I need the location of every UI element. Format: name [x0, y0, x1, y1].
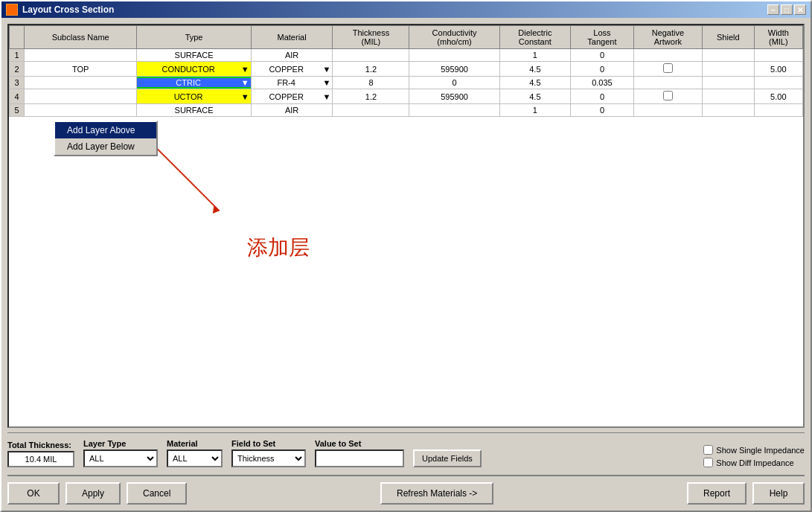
bottom-area: Total Thickness: 10.4 MIL Layer Type ALL… [7, 432, 805, 505]
subclass-4[interactable] [25, 89, 137, 104]
loss-tangent-1[interactable]: 0 [571, 49, 634, 62]
dielectric-5[interactable]: 1 [499, 104, 570, 117]
value-to-set-input[interactable] [315, 449, 404, 467]
close-button[interactable]: ✕ [794, 4, 806, 15]
subclass-1[interactable] [25, 49, 137, 62]
cross-section-table: Subclass Name Type Material Thickness(MI… [9, 25, 803, 117]
add-layer-above-menuitem[interactable]: Add Layer Above [55, 122, 156, 138]
annotation-arrow [143, 122, 307, 256]
material-4[interactable]: COPPER ▼ [251, 89, 333, 104]
col-width: Width(MIL) [754, 26, 802, 49]
width-3[interactable] [754, 77, 802, 89]
loss-tangent-5[interactable]: 0 [571, 104, 634, 117]
thickness-5[interactable] [333, 104, 409, 117]
conductivity-3[interactable]: 0 [409, 77, 499, 89]
col-shield: Shield [703, 26, 755, 49]
subclass-5[interactable] [25, 104, 137, 117]
col-negative-artwork: NegativeArtwork [633, 26, 702, 49]
negative-artwork-3 [633, 77, 702, 89]
field-to-set-label: Field to Set [231, 439, 306, 448]
table-row: 3 CTRIC ▼ FR-4 ▼ [10, 77, 803, 89]
refresh-materials-button[interactable]: Refresh Materials -> [380, 482, 493, 505]
field-to-set-select[interactable]: Thickness Conductivity Dielectric Consta… [231, 449, 306, 467]
layer-type-group: Layer Type ALL CONDUCTOR DIELECTRIC SURF… [83, 439, 158, 467]
row-num-1: 1 [10, 49, 25, 62]
subclass-3[interactable] [25, 77, 137, 89]
shield-1 [703, 49, 755, 62]
row-num-5: 5 [10, 104, 25, 117]
dielectric-4[interactable]: 4.5 [499, 89, 570, 104]
context-menu: Add Layer Above Add Layer Below [54, 121, 158, 156]
title-bar: Layout Cross Section − □ ✕ [1, 1, 811, 18]
window-title: Layout Cross Section [22, 4, 114, 15]
thickness-2[interactable]: 1.2 [333, 62, 409, 77]
subclass-2[interactable]: TOP [25, 62, 137, 77]
conductivity-1[interactable] [409, 49, 499, 62]
maximize-button[interactable]: □ [781, 4, 793, 15]
conductivity-5[interactable] [409, 104, 499, 117]
negative-artwork-2[interactable] [633, 62, 702, 77]
loss-tangent-2[interactable]: 0 [571, 62, 634, 77]
dielectric-3[interactable]: 4.5 [499, 77, 570, 89]
col-conductivity: Conductivity(mho/cm) [409, 26, 499, 49]
cancel-button[interactable]: Cancel [127, 482, 187, 505]
value-to-set-group: Value to Set [315, 439, 404, 467]
row-num-2: 2 [10, 62, 25, 77]
material-3[interactable]: FR-4 ▼ [251, 77, 333, 89]
width-2[interactable]: 5.00 [754, 62, 802, 77]
show-diff-impedance-checkbox[interactable] [703, 458, 713, 467]
col-thickness: Thickness(MIL) [333, 26, 409, 49]
loss-tangent-4[interactable]: 0 [571, 89, 634, 104]
row-num-3: 3 [10, 77, 25, 89]
type-5: SURFACE [137, 104, 251, 117]
material-select[interactable]: ALL COPPER AIR FR-4 [167, 449, 223, 467]
show-diff-impedance-row: Show Diff Impedance [703, 458, 805, 467]
loss-tangent-3[interactable]: 0.035 [571, 77, 634, 89]
col-material: Material [251, 26, 333, 49]
title-bar-left: Layout Cross Section [6, 4, 114, 16]
negative-artwork-4[interactable] [633, 89, 702, 104]
impedance-checkboxes: Show Single Impedance Show Diff Impedanc… [703, 445, 805, 467]
type-2[interactable]: CONDUCTOR ▼ [137, 62, 251, 77]
show-diff-impedance-label: Show Diff Impedance [716, 458, 793, 467]
report-button[interactable]: Report [687, 482, 747, 505]
width-1[interactable] [754, 49, 802, 62]
total-thickness-group: Total Thickness: 10.4 MIL [7, 441, 74, 467]
type-4[interactable]: UCTOR ▼ [137, 89, 251, 104]
layout-cross-section-window: Layout Cross Section − □ ✕ Subclass Name… [0, 0, 812, 512]
type-3[interactable]: CTRIC ▼ [137, 77, 251, 89]
svg-marker-1 [213, 205, 220, 214]
width-5[interactable] [754, 104, 802, 117]
buttons-row: OK Apply Cancel Refresh Materials -> Rep… [7, 475, 805, 505]
material-2[interactable]: COPPER ▼ [251, 62, 333, 77]
apply-button[interactable]: Apply [65, 482, 121, 505]
ok-button[interactable]: OK [7, 482, 60, 505]
table-row: 2 TOP CONDUCTOR ▼ COPPER [10, 62, 803, 77]
show-single-impedance-checkbox[interactable] [703, 445, 713, 455]
help-button[interactable]: Help [752, 482, 805, 505]
width-4[interactable]: 5.00 [754, 89, 802, 104]
conductivity-4[interactable]: 595900 [409, 89, 499, 104]
minimize-button[interactable]: − [767, 4, 779, 15]
table-scroll[interactable]: Subclass Name Type Material Thickness(MI… [9, 25, 803, 426]
shield-2 [703, 62, 755, 77]
table-area: Subclass Name Type Material Thickness(MI… [7, 24, 805, 428]
layer-type-select[interactable]: ALL CONDUCTOR DIELECTRIC SURFACE [83, 449, 158, 467]
dielectric-2[interactable]: 4.5 [499, 62, 570, 77]
add-layer-below-menuitem[interactable]: Add Layer Below [55, 138, 156, 155]
col-loss-tangent: LossTangent [571, 26, 634, 49]
svg-line-0 [154, 145, 220, 211]
table-row: 1 SURFACE AIR 1 0 [10, 49, 803, 62]
conductivity-2[interactable]: 595900 [409, 62, 499, 77]
value-to-set-label: Value to Set [315, 439, 404, 448]
material-group: Material ALL COPPER AIR FR-4 [167, 439, 223, 467]
type-1: SURFACE [137, 49, 251, 62]
thickness-3[interactable]: 8 [333, 77, 409, 89]
thickness-4[interactable]: 1.2 [333, 89, 409, 104]
window-content: Subclass Name Type Material Thickness(MI… [1, 18, 811, 511]
update-fields-button[interactable]: Update Fields [413, 449, 482, 467]
material-label: Material [167, 439, 223, 448]
dielectric-1[interactable]: 1 [499, 49, 570, 62]
total-thickness-label: Total Thickness: [7, 441, 74, 449]
thickness-1[interactable] [333, 49, 409, 62]
